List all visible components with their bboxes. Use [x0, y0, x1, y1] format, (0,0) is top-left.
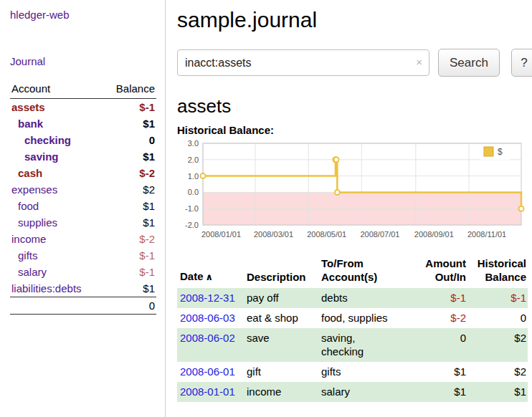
chart-point[interactable] [201, 173, 206, 178]
clear-search-icon[interactable]: × [416, 56, 422, 68]
sort-ascending-icon[interactable]: ∧ [206, 272, 214, 282]
account-link-salary[interactable]: salary [11, 266, 47, 278]
account-link-expenses[interactable]: expenses [11, 183, 57, 196]
sidebar-item-journal[interactable]: Journal [10, 55, 45, 67]
transaction-date-link[interactable]: 2008-06-02 [180, 332, 235, 344]
help-button[interactable]: ? [511, 49, 532, 77]
account-row: cash$-2 [10, 165, 156, 181]
register-row: 2008-06-02savesaving, checking0$2 [177, 328, 528, 362]
y-tick-label: 0.0 [188, 188, 199, 196]
cell-date: 2008-06-02 [177, 328, 247, 362]
account-balance: 0 [149, 134, 155, 146]
register-header-row: Date∧ Description To/From Account(s) Amo… [177, 255, 528, 288]
accounts-header-account: Account [11, 82, 50, 95]
x-tick-label: 2008/09/01 [414, 230, 454, 239]
column-header-balance-line1: Historical [478, 257, 526, 269]
transaction-date-link[interactable]: 2008-01-01 [180, 385, 235, 398]
cell-description: save [247, 328, 321, 362]
account-row: salary$-1 [10, 264, 156, 280]
transaction-date-link[interactable]: 2008-12-31 [180, 292, 235, 304]
page-title: sample.journal [177, 7, 532, 33]
search-bar: × Search ? [177, 49, 532, 77]
account-balance: $1 [143, 118, 155, 130]
account-link-saving[interactable]: saving [11, 150, 59, 163]
accounts-list: assets$-1bank$1checking0saving$1cash$-2e… [10, 99, 156, 297]
cell-description: gift [247, 362, 321, 382]
search-box: × [177, 49, 429, 76]
cell-accounts: food, supplies [321, 308, 400, 328]
chart-point[interactable] [335, 190, 340, 195]
account-balance: $1 [143, 150, 155, 163]
account-balance: $2 [143, 183, 155, 196]
account-row: bank$1 [10, 115, 156, 132]
account-link-bank[interactable]: bank [11, 118, 43, 130]
x-tick-label: 2008/11/01 [467, 230, 506, 239]
account-row: saving$1 [10, 148, 156, 165]
cell-accounts: debts [321, 288, 400, 308]
register-row: 2008-01-01incomesalary$1$1 [177, 382, 528, 402]
account-link-income[interactable]: income [11, 233, 46, 245]
search-input[interactable] [177, 49, 429, 76]
account-heading: assets [177, 95, 532, 117]
column-header-date-label[interactable]: Date [180, 270, 204, 282]
cell-historical-balance: $1 [472, 382, 528, 402]
app-brand-link[interactable]: hledger-web [10, 9, 70, 21]
column-header-accounts-line1: To/From [321, 257, 364, 269]
register-table: Date∧ Description To/From Account(s) Amo… [177, 255, 528, 402]
chart-title: Historical Balance: [177, 124, 532, 136]
x-tick-label: 2008/01/01 [201, 230, 241, 239]
column-header-date[interactable]: Date∧ [177, 255, 247, 288]
account-link-gifts[interactable]: gifts [11, 249, 38, 262]
y-tick-label: 1.0 [188, 172, 199, 181]
account-balance: $-1 [139, 101, 155, 113]
cell-historical-balance: 0 [472, 308, 528, 328]
legend-swatch [484, 147, 493, 156]
transaction-date-link[interactable]: 2008-06-03 [180, 312, 235, 324]
sidebar: hledger-web Journal Account Balance asse… [0, 0, 166, 417]
chart-point[interactable] [334, 157, 339, 162]
cell-description: pay off [247, 288, 321, 308]
sidebar-nav: Journal [10, 55, 156, 67]
account-row: food$1 [10, 198, 156, 214]
accounts-header-balance: Balance [116, 82, 155, 95]
app-brand: hledger-web [10, 9, 156, 21]
cell-historical-balance: $2 [472, 328, 528, 362]
accounts-table: Account Balance assets$-1bank$1checking0… [10, 80, 156, 315]
search-button[interactable]: Search [438, 49, 500, 77]
account-row: liabilities:debts$1 [10, 280, 156, 297]
accounts-total-row: 0 [10, 297, 156, 315]
cell-amount: 0 [400, 328, 472, 362]
cell-description: eat & shop [247, 308, 321, 328]
main-content: sample.journal × Search ? assets Histori… [166, 0, 532, 417]
y-tick-label: -2.0 [185, 221, 199, 229]
account-link-liabilities-debts[interactable]: liabilities:debts [11, 282, 82, 294]
column-header-accounts: To/From Account(s) [321, 255, 400, 288]
cell-historical-balance: $2 [472, 362, 528, 382]
account-balance: $1 [143, 216, 155, 229]
account-balance: $1 [143, 282, 155, 294]
chart-point[interactable] [519, 206, 524, 211]
account-link-food[interactable]: food [11, 200, 39, 212]
account-link-supplies[interactable]: supplies [11, 216, 57, 229]
transaction-date-link[interactable]: 2008-06-01 [180, 365, 235, 378]
account-balance: $-2 [139, 167, 155, 179]
account-row: income$-2 [10, 231, 156, 247]
column-header-accounts-line2: Account(s) [321, 271, 377, 283]
x-tick-label: 2008/07/01 [360, 230, 399, 239]
cell-historical-balance: $-1 [472, 288, 528, 308]
account-balance: $1 [143, 200, 155, 212]
cell-amount: $1 [400, 382, 472, 402]
account-link-cash[interactable]: cash [11, 167, 42, 179]
cell-accounts: salary [321, 382, 400, 402]
account-link-checking[interactable]: checking [11, 134, 71, 146]
column-header-amount-line1: Amount [425, 257, 466, 269]
cell-date: 2008-06-01 [177, 362, 247, 382]
register-row: 2008-12-31pay offdebts$-1$-1 [177, 288, 528, 308]
account-link-assets[interactable]: assets [11, 101, 45, 113]
cell-date: 2008-06-03 [177, 308, 247, 328]
account-balance: $-2 [139, 233, 155, 245]
cell-amount: $-2 [400, 308, 472, 328]
y-tick-label: 3.0 [188, 139, 199, 148]
y-tick-label: 2.0 [188, 155, 199, 164]
column-header-balance-line2: Balance [485, 271, 526, 283]
